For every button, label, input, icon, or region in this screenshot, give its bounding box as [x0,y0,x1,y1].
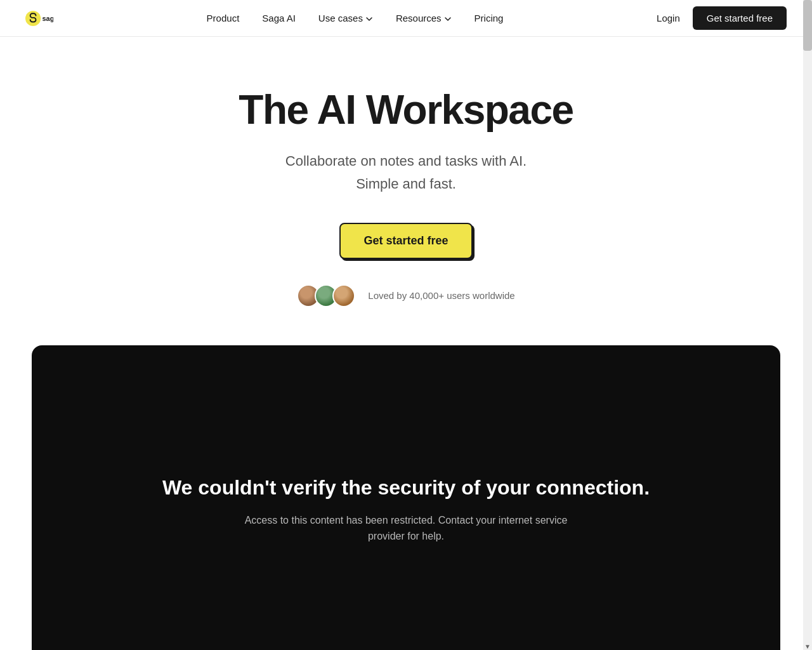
avatar-3 [332,284,355,307]
nav-item-use-cases[interactable]: Use cases [318,13,373,23]
nav-item-product[interactable]: Product [207,13,240,23]
hero-title: The AI Workspace [13,88,799,132]
chevron-down-icon [365,15,373,23]
nav-item-pricing[interactable]: Pricing [475,13,504,23]
scrollbar-arrow-down[interactable]: ▼ [803,643,812,650]
nav-link-saga-ai[interactable]: Saga AI [262,13,296,23]
security-warning-text: Access to this content has been restrict… [228,512,584,545]
logo-link[interactable]: saga [25,4,53,32]
nav-cta-button[interactable]: Get started free [693,6,787,30]
nav-link-resources[interactable]: Resources [396,13,452,23]
hero-subtitle: Collaborate on notes and tasks with AI. … [13,150,799,194]
navbar: saga Product Saga AI Use cases Resources [0,0,812,37]
nav-link-product[interactable]: Product [207,13,240,23]
svg-text:saga: saga [42,15,53,22]
scrollbar-track[interactable]: ▲ ▼ [803,0,812,650]
nav-link-pricing[interactable]: Pricing [475,13,504,23]
social-proof: Loved by 40,000+ users worldwide [13,284,799,307]
dark-section: We couldn't verify the security of your … [32,345,780,650]
nav-item-resources[interactable]: Resources [396,13,452,23]
login-link[interactable]: Login [657,13,680,23]
chevron-down-icon-2 [444,15,452,23]
hero-section: The AI Workspace Collaborate on notes an… [0,37,812,345]
nav-links: Product Saga AI Use cases Resources Pric… [207,13,504,23]
hero-cta-button[interactable]: Get started free [339,223,472,259]
nav-item-saga-ai[interactable]: Saga AI [262,13,296,23]
saga-logo-svg: saga [25,4,53,32]
scrollbar-thumb[interactable] [803,0,812,51]
social-proof-text: Loved by 40,000+ users worldwide [368,290,514,301]
nav-right: Login Get started free [657,6,787,30]
nav-link-use-cases[interactable]: Use cases [318,13,373,23]
security-warning-title: We couldn't verify the security of your … [162,476,650,500]
avatar-group [297,284,355,307]
